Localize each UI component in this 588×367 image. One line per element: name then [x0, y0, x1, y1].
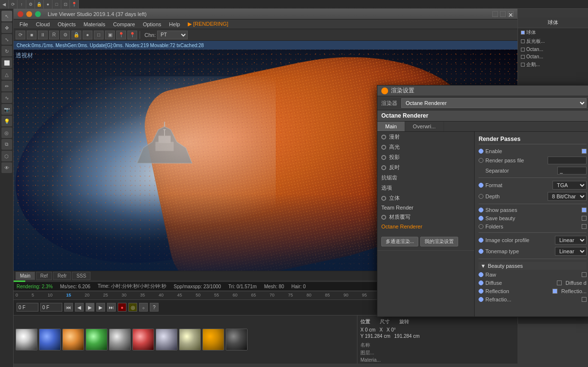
material-thumb-8[interactable]	[179, 329, 201, 350]
radio-stereo[interactable]	[381, 196, 386, 201]
tb-render-region[interactable]: R	[49, 31, 59, 39]
dlg-item-specular[interactable]: 高光	[377, 142, 474, 152]
diffuse-radio[interactable]	[479, 280, 483, 285]
sidebar-icon-camera[interactable]: 📷	[1, 104, 12, 115]
start-frame-input[interactable]	[40, 303, 62, 312]
dlg-item-diffuse[interactable]: 漫射	[377, 132, 474, 142]
format-radio[interactable]	[479, 183, 483, 188]
octane-item-sphere[interactable]: 球体	[518, 28, 588, 37]
app-icon-2[interactable]: ⟳	[9, 0, 18, 9]
tb-circle[interactable]: ●	[83, 31, 92, 39]
channel-select[interactable]: PT Direct Ambient	[157, 31, 188, 39]
raw-radio[interactable]	[479, 272, 483, 277]
app-icon-4[interactable]: ⚙	[26, 0, 35, 9]
dlg-item-aa[interactable]: 抗锯齿	[377, 173, 474, 183]
record-btn[interactable]: ●	[118, 303, 126, 312]
octane-item-company[interactable]: 企鹅...	[518, 60, 588, 69]
app-icon-8[interactable]: ⊡	[61, 0, 70, 9]
sidebar-icon-rotate[interactable]: ↻	[1, 46, 12, 56]
app-icon-1[interactable]: ◀	[0, 0, 9, 9]
next-frame[interactable]: ▶	[96, 303, 105, 312]
octane-item-board[interactable]: 反光板...	[518, 37, 588, 46]
oct-checkbox-sphere[interactable]	[521, 31, 525, 35]
oct-checkbox-octan2[interactable]	[521, 55, 525, 59]
app-icon-7[interactable]: □	[53, 0, 61, 9]
sidebar-icon-deform[interactable]: ⧉	[1, 139, 12, 150]
save-beauty-radio[interactable]	[479, 216, 483, 221]
format-select[interactable]: TGA PNG EXR	[552, 181, 587, 190]
tab-main[interactable]: Main	[377, 122, 405, 131]
renderer-select[interactable]: Octane Renderer Standard Physical	[401, 98, 587, 108]
dlg-item-octane-renderer[interactable]: Octane Renderer	[377, 222, 474, 231]
oct-checkbox-board[interactable]	[521, 39, 525, 43]
raw-checkbox[interactable]	[582, 272, 587, 277]
tonemap-radio[interactable]	[479, 249, 483, 254]
save-beauty-checkbox[interactable]	[582, 216, 587, 221]
reflection-checkbox[interactable]	[552, 289, 557, 294]
tb-reset[interactable]: ⟳	[16, 31, 25, 39]
tb-pause[interactable]: ⏸	[38, 31, 48, 39]
menu-compare[interactable]: Compare	[109, 21, 139, 27]
octane-item-octan1[interactable]: Octan...	[518, 46, 588, 53]
tb-marker2[interactable]: 📍	[127, 31, 137, 39]
autokey-btn[interactable]: ◎	[128, 303, 137, 312]
dlg-item-material-override[interactable]: 材质覆写	[377, 212, 474, 222]
radio-shadow[interactable]	[381, 155, 386, 160]
go-to-end[interactable]: ⏭	[107, 303, 116, 312]
material-thumb-6[interactable]	[132, 329, 154, 350]
dlg-item-ao[interactable]: 反时	[377, 162, 474, 173]
depth-select[interactable]: 8 Bit/Char 16 Bit 32 Bit	[548, 192, 587, 201]
oct-checkbox-company[interactable]	[521, 63, 525, 67]
menu-file[interactable]: File	[16, 21, 32, 27]
material-thumb-1[interactable]	[16, 329, 37, 350]
tonemap-type-select[interactable]: Linear sRGB	[555, 247, 587, 256]
radio-specular[interactable]	[381, 145, 386, 150]
tb-stop[interactable]: ■	[27, 31, 36, 39]
app-icon-6[interactable]: ●	[44, 0, 53, 9]
dlg-item-team-render[interactable]: Team Render	[377, 203, 474, 212]
sidebar-icon-spline[interactable]: ∿	[1, 92, 12, 103]
sidebar-icon-material[interactable]: ◎	[1, 127, 12, 138]
window-btn-minimize[interactable]	[492, 11, 498, 17]
sidebar-icon-create[interactable]: ⬜	[1, 57, 12, 68]
radio-material-override[interactable]	[381, 215, 386, 220]
sidebar-icon-view[interactable]: 👁	[1, 162, 12, 173]
window-btn-close[interactable]: ✕	[508, 11, 514, 17]
radio-diffuse[interactable]	[381, 135, 386, 140]
image-color-radio[interactable]	[479, 238, 483, 243]
play[interactable]: ▶	[86, 303, 94, 312]
material-thumb-2[interactable]	[39, 329, 61, 350]
sidebar-icon-scale[interactable]: ⤡	[1, 34, 12, 45]
beauty-passes-toggle[interactable]: ▼	[481, 263, 486, 269]
radio-ao[interactable]	[381, 165, 386, 170]
dlg-item-stereo[interactable]: 立体	[377, 193, 474, 203]
render-pass-file-input[interactable]	[548, 157, 587, 164]
current-frame-input[interactable]	[17, 303, 38, 312]
go-to-start[interactable]: ⏮	[64, 303, 73, 312]
window-btn-restore[interactable]	[500, 11, 506, 17]
sidebar-icon-paint[interactable]: ✏	[1, 81, 12, 91]
sidebar-icon-move[interactable]: ✥	[1, 22, 12, 33]
timeline-settings[interactable]: ?	[150, 303, 159, 312]
material-thumb-3[interactable]	[62, 329, 84, 350]
menu-options[interactable]: Options	[139, 21, 165, 27]
separator-input[interactable]	[557, 167, 587, 175]
viewer-tab-refr[interactable]: Refr	[53, 272, 71, 280]
folders-checkbox[interactable]	[582, 224, 587, 229]
oct-checkbox-octan1[interactable]	[521, 48, 525, 52]
viewer-tab-main[interactable]: Main	[16, 272, 35, 280]
material-thumb-10[interactable]	[226, 329, 248, 350]
window-maximize-button[interactable]	[35, 11, 41, 17]
dlg-item-shadow[interactable]: 投影	[377, 152, 474, 162]
tb-lock[interactable]: 🔒	[71, 31, 81, 39]
menu-cloud[interactable]: Cloud	[32, 21, 54, 27]
app-icon-5[interactable]: 🔒	[35, 0, 44, 9]
app-icon-9[interactable]: 📍	[70, 0, 79, 9]
menu-rendering[interactable]: ▶ [RENDERING]	[184, 21, 232, 27]
prev-frame[interactable]: ◀	[75, 303, 84, 312]
tb-square2[interactable]: ▣	[105, 31, 115, 39]
dlg-item-options[interactable]: 选项	[377, 183, 474, 193]
enable-radio[interactable]	[479, 149, 483, 154]
show-passes-radio[interactable]	[479, 208, 483, 212]
effects-button[interactable]: 多通道渲染...	[381, 237, 418, 246]
